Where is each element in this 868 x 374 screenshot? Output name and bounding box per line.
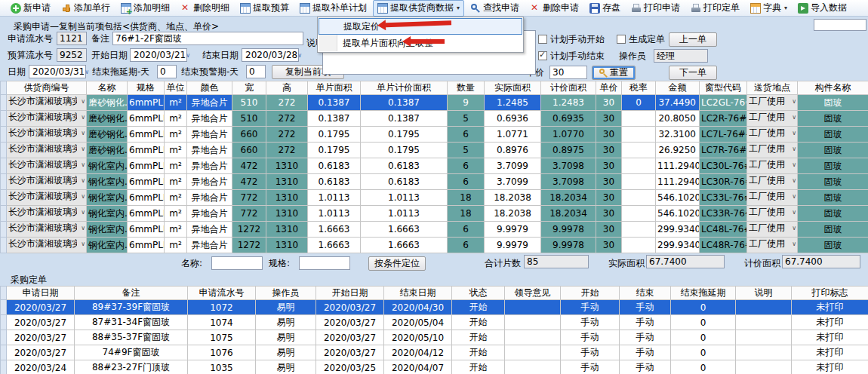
- grid-cell[interactable]: 1272: [232, 222, 266, 238]
- grid-cell[interactable]: LC2R-76#-1F: [700, 111, 747, 127]
- grid-cell[interactable]: 272: [266, 143, 308, 158]
- grid-cell[interactable]: 未打印: [792, 315, 868, 330]
- grid-cell[interactable]: 30: [596, 158, 622, 174]
- toolbar-button[interactable]: 存盘: [585, 0, 625, 17]
- locate-name-field[interactable]: [211, 256, 263, 270]
- grid-cell[interactable]: 0.6183: [361, 174, 448, 190]
- cell-dropdown[interactable]: 工厂使用∨: [747, 95, 798, 111]
- grid-cell[interactable]: 易明: [256, 330, 316, 345]
- grid-cell[interactable]: 6mmPLE...: [128, 238, 165, 253]
- grid-cell[interactable]: 9.9978: [541, 238, 596, 253]
- grid-cell[interactable]: 固玻: [798, 190, 868, 206]
- grid-cell[interactable]: 手动: [561, 315, 620, 330]
- serial-field[interactable]: [57, 32, 87, 45]
- grid-cell[interactable]: 0: [671, 315, 736, 330]
- grid-cell[interactable]: 1310: [266, 158, 308, 174]
- grid-cell[interactable]: 0.6183: [308, 174, 361, 190]
- grid-cell[interactable]: 0: [622, 95, 656, 111]
- grid-cell[interactable]: 2020/03/27: [316, 345, 384, 360]
- column-header[interactable]: 说明: [736, 287, 792, 300]
- grid-cell[interactable]: 手动: [561, 300, 620, 315]
- grid-cell[interactable]: m²: [165, 238, 187, 253]
- column-header[interactable]: 领导意见: [505, 287, 561, 300]
- grid-cell[interactable]: 30: [596, 222, 622, 238]
- grid-cell[interactable]: LC7R-76#-1FO: [700, 143, 747, 158]
- grid-cell[interactable]: 1035: [188, 360, 256, 374]
- grid-cell[interactable]: 1074: [188, 315, 256, 330]
- column-header[interactable]: 单片面积: [308, 81, 361, 95]
- grid-cell[interactable]: 0.1795: [361, 143, 448, 158]
- toolbar-button[interactable]: 字典▾: [746, 0, 792, 17]
- grid-cell[interactable]: 30: [596, 174, 622, 190]
- grid-cell[interactable]: LC7L-76#-1FO: [700, 127, 747, 143]
- delay-field[interactable]: [157, 65, 177, 78]
- grid-cell[interactable]: 1072: [188, 300, 256, 315]
- grid-cell[interactable]: [622, 127, 656, 143]
- next-order-button[interactable]: 下一单: [669, 66, 717, 80]
- grid-cell[interactable]: 异地合片: [187, 143, 232, 158]
- grid-cell[interactable]: 易明: [256, 360, 316, 374]
- grid-cell[interactable]: 660: [232, 143, 266, 158]
- grid-cell[interactable]: 3.7099: [485, 158, 541, 174]
- grid-cell[interactable]: 0.1795: [308, 143, 361, 158]
- grid-cell[interactable]: 1.0113: [308, 206, 361, 222]
- grid-cell[interactable]: 20.8050: [656, 111, 700, 127]
- grid-cell[interactable]: 2020/05/04: [384, 315, 452, 330]
- grid-cell[interactable]: 660: [232, 127, 266, 143]
- grid-cell[interactable]: [505, 330, 561, 345]
- cell-dropdown[interactable]: 工厂使用∨: [747, 158, 798, 174]
- grid-cell[interactable]: 9.9979: [485, 238, 541, 253]
- grid-cell[interactable]: 1310: [266, 174, 308, 190]
- grid-cell[interactable]: 磨砂钢化...: [87, 95, 128, 111]
- grid-cell[interactable]: 6mmPLE...: [128, 222, 165, 238]
- grid-cell[interactable]: [622, 158, 656, 174]
- grid-cell[interactable]: 2020/05/10: [384, 330, 452, 345]
- grid-cell[interactable]: 37.4490: [656, 95, 700, 111]
- grid-cell[interactable]: 546.1020: [656, 206, 700, 222]
- grid-cell[interactable]: 2020/03/27: [316, 315, 384, 330]
- column-header[interactable]: 申请流水号: [188, 287, 256, 300]
- grid-cell[interactable]: 2020/03/27: [7, 330, 75, 345]
- grid-cell[interactable]: 固玻: [798, 158, 868, 174]
- grid-cell[interactable]: 2020/03/27: [7, 345, 75, 360]
- grid-cell[interactable]: 手动: [561, 330, 620, 345]
- grid-cell[interactable]: 9: [448, 95, 485, 111]
- end-date-select[interactable]: 2020/03/28 ∨: [242, 48, 299, 62]
- grid-cell[interactable]: 6mmPLE...: [128, 206, 165, 222]
- column-header[interactable]: 宽: [232, 81, 266, 95]
- grid-cell[interactable]: 6mmPLE...: [128, 174, 165, 190]
- grid-cell[interactable]: 磨砂钢化...: [87, 111, 128, 127]
- grid-cell[interactable]: 1.6663: [308, 222, 361, 238]
- grid-cell[interactable]: [622, 222, 656, 238]
- grid-cell[interactable]: 0.6183: [361, 158, 448, 174]
- toolbar-button[interactable]: 打印定单: [686, 0, 744, 17]
- unit-price-field[interactable]: [549, 66, 587, 79]
- grid-cell[interactable]: [622, 190, 656, 206]
- column-header[interactable]: 实际面积: [485, 81, 541, 95]
- column-header[interactable]: 状态: [452, 287, 505, 300]
- grid-cell[interactable]: 0.1795: [308, 127, 361, 143]
- reset-button[interactable]: 重置: [592, 66, 636, 80]
- locate-by-condition-button[interactable]: 按条件定位: [368, 256, 426, 271]
- cell-dropdown[interactable]: 长沙市潇湘玻璃实...∨: [7, 95, 87, 111]
- cell-dropdown[interactable]: 长沙市潇湘玻璃实...∨: [7, 111, 87, 127]
- grid-cell[interactable]: 74#9F窗固玻: [75, 345, 188, 360]
- grid-cell[interactable]: 异地合片: [187, 111, 232, 127]
- remark-field[interactable]: [112, 32, 303, 45]
- cell-dropdown[interactable]: 工厂使用∨: [747, 222, 798, 238]
- column-header[interactable]: 结束日期: [384, 287, 452, 300]
- grid-cell[interactable]: 5: [448, 111, 485, 127]
- grid-cell[interactable]: 开始: [452, 300, 505, 315]
- grid-cell[interactable]: 9.9978: [541, 222, 596, 238]
- grid-cell[interactable]: 异地合片: [187, 190, 232, 206]
- table-row[interactable]: 长沙市潇湘玻璃实...∨钢化室内...6mmPLE...m²异地合片472131…: [1, 158, 868, 174]
- grid-cell[interactable]: m²: [165, 190, 187, 206]
- grid-cell[interactable]: 6: [448, 222, 485, 238]
- grid-cell[interactable]: 2020/03/25: [316, 360, 384, 374]
- column-header[interactable]: 备注: [75, 287, 188, 300]
- cell-dropdown[interactable]: 工厂使用∨: [747, 238, 798, 253]
- grid-cell[interactable]: m²: [165, 95, 187, 111]
- grid-cell[interactable]: 88#35-37F窗固玻: [75, 330, 188, 345]
- grid-cell[interactable]: 磨砂钢化...: [87, 127, 128, 143]
- toolbar-button[interactable]: 打印申请: [626, 0, 685, 17]
